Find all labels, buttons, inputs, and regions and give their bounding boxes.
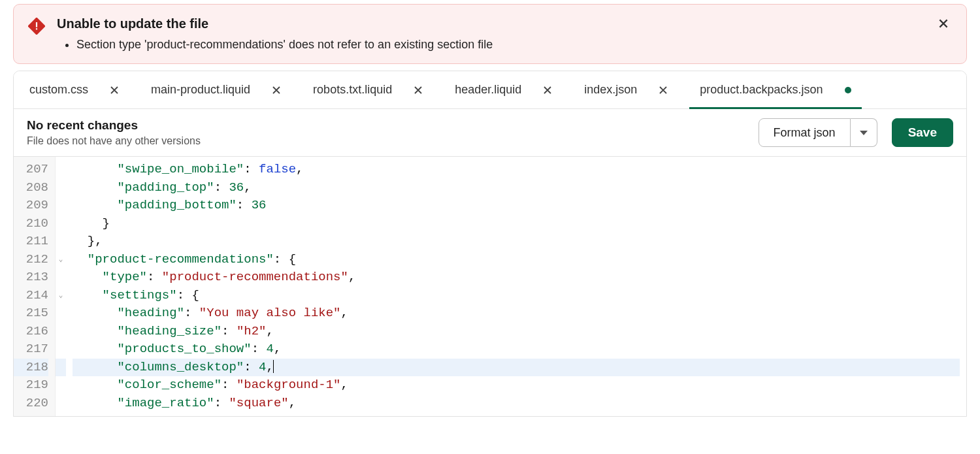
tab-label: custom.css bbox=[29, 83, 88, 97]
line-number: 211 bbox=[14, 233, 48, 251]
line-number: 215 bbox=[14, 304, 48, 323]
editor-toolbar: No recent changes File does not have any… bbox=[14, 109, 966, 157]
fold-marker bbox=[56, 233, 66, 251]
line-number: 217 bbox=[14, 340, 48, 359]
close-icon bbox=[938, 18, 949, 32]
tab-label: header.liquid bbox=[455, 83, 521, 97]
caret-down-icon bbox=[860, 131, 868, 135]
tab-bar: custom.cssmain-product.liquidrobots.txt.… bbox=[14, 71, 966, 109]
tab-close-icon[interactable] bbox=[110, 84, 118, 96]
format-button-group: Format json bbox=[759, 118, 877, 147]
fold-marker bbox=[56, 359, 66, 377]
alert-title: Unable to update the file bbox=[57, 16, 952, 31]
fold-marker bbox=[56, 268, 66, 287]
code-line[interactable]: "heading": "You may also like", bbox=[73, 304, 960, 323]
fold-marker bbox=[56, 304, 66, 323]
code-line[interactable]: "heading_size": "h2", bbox=[73, 323, 960, 341]
alert-list-item: Section type 'product-recommendations' d… bbox=[76, 38, 952, 52]
tab-close-icon[interactable] bbox=[272, 84, 280, 96]
tab-main-product-liquid[interactable]: main-product.liquid bbox=[144, 71, 287, 108]
line-number: 213 bbox=[14, 268, 48, 287]
tab-index-json[interactable]: index.json bbox=[578, 71, 674, 108]
code-area[interactable]: "swipe_on_mobile": false, "padding_top":… bbox=[66, 157, 966, 416]
line-number-gutter: 2072082092102112122132142152162172182192… bbox=[14, 157, 56, 416]
fold-marker bbox=[56, 161, 66, 179]
line-number: 219 bbox=[14, 376, 48, 395]
tab-close-icon[interactable] bbox=[414, 84, 422, 96]
fold-marker bbox=[56, 323, 66, 341]
format-json-dropdown-button[interactable] bbox=[851, 118, 877, 147]
line-number: 218 bbox=[14, 359, 48, 377]
line-number: 212 bbox=[14, 251, 48, 269]
fold-marker[interactable]: ⌄ bbox=[56, 287, 66, 305]
tab-label: product.backpacks.json bbox=[700, 83, 823, 97]
fold-marker bbox=[56, 179, 66, 197]
tab-close-icon[interactable] bbox=[659, 84, 667, 96]
line-number: 216 bbox=[14, 323, 48, 341]
code-line[interactable]: "padding_bottom": 36 bbox=[73, 197, 960, 215]
code-line[interactable]: "products_to_show": 4, bbox=[73, 340, 960, 359]
line-number: 208 bbox=[14, 179, 48, 197]
format-json-button[interactable]: Format json bbox=[759, 118, 851, 147]
error-alert: Unable to update the file Section type '… bbox=[13, 4, 967, 64]
save-button[interactable]: Save bbox=[892, 118, 953, 147]
fold-gutter: ⌄⌄ bbox=[56, 157, 66, 416]
code-line[interactable]: "swipe_on_mobile": false, bbox=[73, 161, 960, 179]
line-number: 220 bbox=[14, 395, 48, 413]
code-line[interactable]: "settings": { bbox=[73, 287, 960, 305]
alert-list: Section type 'product-recommendations' d… bbox=[57, 38, 952, 52]
fold-marker bbox=[56, 197, 66, 215]
code-editor[interactable]: 2072082092102112122132142152162172182192… bbox=[14, 157, 966, 416]
code-line[interactable]: "image_ratio": "square", bbox=[73, 395, 960, 413]
code-line[interactable]: "color_scheme": "background-1", bbox=[73, 376, 960, 395]
fold-marker bbox=[56, 340, 66, 359]
fold-marker bbox=[56, 376, 66, 395]
fold-marker bbox=[56, 215, 66, 233]
svg-rect-2 bbox=[36, 28, 37, 29]
code-line[interactable]: "padding_top": 36, bbox=[73, 179, 960, 197]
line-number: 214 bbox=[14, 287, 48, 305]
tab-product-backpacks-json[interactable]: product.backpacks.json bbox=[693, 71, 858, 108]
alert-diamond-icon bbox=[28, 18, 45, 35]
dirty-dot-icon bbox=[845, 87, 851, 93]
versions-title: No recent changes bbox=[27, 118, 201, 133]
code-line[interactable]: "product-recommendations": { bbox=[73, 251, 960, 269]
versions-subtitle: File does not have any other versions bbox=[27, 135, 201, 147]
svg-rect-1 bbox=[36, 22, 37, 27]
code-line[interactable]: "type": "product-recommendations", bbox=[73, 268, 960, 287]
code-line[interactable]: }, bbox=[73, 233, 960, 251]
tab-label: robots.txt.liquid bbox=[313, 83, 392, 97]
line-number: 209 bbox=[14, 197, 48, 215]
tab-custom-css[interactable]: custom.css bbox=[23, 71, 125, 108]
fold-marker[interactable]: ⌄ bbox=[56, 251, 66, 269]
text-cursor bbox=[273, 360, 274, 373]
code-line[interactable]: } bbox=[73, 215, 960, 233]
tab-close-icon[interactable] bbox=[544, 84, 551, 96]
tab-label: main-product.liquid bbox=[151, 83, 250, 97]
fold-marker bbox=[56, 395, 66, 413]
tab-robots-txt-liquid[interactable]: robots.txt.liquid bbox=[306, 71, 429, 108]
line-number: 210 bbox=[14, 215, 48, 233]
editor-panel: custom.cssmain-product.liquidrobots.txt.… bbox=[13, 71, 967, 417]
tab-header-liquid[interactable]: header.liquid bbox=[448, 71, 558, 108]
alert-close-button[interactable] bbox=[938, 18, 949, 31]
tab-label: index.json bbox=[584, 83, 637, 97]
line-number: 207 bbox=[14, 161, 48, 179]
code-line[interactable]: "columns_desktop": 4, bbox=[73, 359, 960, 377]
